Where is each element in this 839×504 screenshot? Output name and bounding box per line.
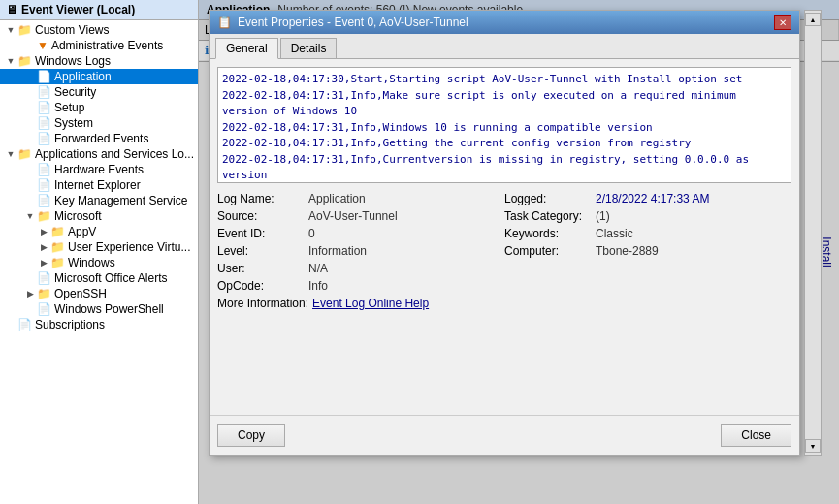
detail-logged: Logged: 2/18/2022 4:17:33 AM (504, 191, 791, 206)
expand-icon: ▶ (37, 227, 50, 236)
folder-icon: 📁 (17, 23, 32, 37)
expand-icon: ▼ (23, 211, 37, 221)
right-panel: Application Number of events: 560 (!) Ne… (199, 0, 839, 504)
doc-icon: 📄 (37, 163, 51, 176)
log-text-area[interactable]: 2022-02-18,04:17:30,Start,Starting scrip… (217, 67, 791, 183)
tree-item-appv[interactable]: ▶ 📁 AppV (0, 224, 198, 239)
doc-icon: 📄 (37, 271, 51, 285)
tree-item-hardware-events[interactable]: 📄 Hardware Events (0, 162, 198, 177)
detail-task-category: Task Category: (1) (504, 208, 791, 224)
detail-user: User: N/A (217, 261, 504, 276)
doc-icon: 📄 (37, 85, 51, 99)
tree-item-apps-services[interactable]: ▼ 📁 Applications and Services Lo... (0, 146, 198, 162)
user-label: User: (217, 262, 305, 275)
logged-value: 2/18/2022 4:17:33 AM (596, 192, 709, 205)
scrollbar: ▲ ▼ (804, 10, 822, 456)
tree-item-admin-events[interactable]: ▼ Administrative Events (0, 38, 198, 53)
folder-icon: 📁 (17, 147, 32, 161)
details-left-col: Log Name: Application Source: AoV-User-T… (217, 191, 504, 311)
doc-icon: 📄 (17, 318, 32, 331)
tree-item-openssh[interactable]: ▶ 📁 OpenSSH (0, 286, 198, 301)
scroll-up-button[interactable]: ▲ (805, 13, 821, 26)
tree-item-security[interactable]: 📄 Security (0, 84, 198, 100)
folder-icon: 📁 (37, 287, 51, 300)
modal-close-button[interactable]: ✕ (774, 15, 791, 30)
tree-item-user-exp[interactable]: ▶ 📁 User Experience Virtu... (0, 239, 198, 255)
source-label: Source: (217, 209, 305, 223)
modal-footer: Copy Close (210, 415, 799, 455)
logged-label: Logged: (504, 192, 592, 205)
expand-icon: ▼ (4, 149, 17, 159)
log-name-value: Application (308, 192, 366, 205)
tree-view: ▼ 📁 Custom Views ▼ Administrative Events… (0, 20, 198, 504)
log-line: 2022-02-18,04:17:31,Info,Windows 10 is r… (222, 120, 787, 137)
tree-item-subscriptions[interactable]: 📄 Subscriptions (0, 317, 198, 332)
log-name-label: Log Name: (217, 192, 305, 205)
doc-icon: 📄 (37, 302, 51, 316)
event-id-label: Event ID: (217, 227, 305, 240)
copy-button[interactable]: Copy (217, 424, 285, 447)
doc-icon: 📄 (37, 178, 51, 192)
tree-item-key-management[interactable]: 📄 Key Management Service (0, 193, 198, 208)
details-right-col: Logged: 2/18/2022 4:17:33 AM Task Catego… (504, 191, 791, 311)
level-value: Information (308, 244, 367, 258)
more-info-label: More Information: (217, 297, 308, 310)
tree-item-custom-views[interactable]: ▼ 📁 Custom Views (0, 22, 198, 38)
tree-item-setup[interactable]: 📄 Setup (0, 100, 198, 115)
detail-event-id: Event ID: 0 (217, 226, 504, 241)
keywords-label: Keywords: (504, 227, 592, 240)
opcode-label: OpCode: (217, 279, 305, 293)
keywords-value: Classic (596, 227, 633, 240)
tree-item-win-powershell[interactable]: 📄 Windows PowerShell (0, 301, 198, 317)
folder-icon: 📁 (50, 256, 65, 269)
source-value: AoV-User-Tunnel (308, 209, 398, 223)
tab-general[interactable]: General (215, 38, 278, 59)
tree-item-application[interactable]: 📄 Application (0, 69, 198, 84)
filter-icon: ▼ (37, 39, 48, 52)
tree-item-windows-logs[interactable]: ▼ 📁 Windows Logs (0, 53, 198, 69)
tree-item-forwarded-events[interactable]: 📄 Forwarded Events (0, 131, 198, 146)
tree-panel: 🖥 Event Viewer (Local) ▼ 📁 Custom Views … (0, 0, 199, 504)
detail-computer: Computer: Tbone-2889 (504, 243, 791, 259)
panel-title: 🖥 Event Viewer (Local) (0, 0, 198, 20)
event-properties-modal: 📋 Event Properties - Event 0, AoV-User-T… (209, 10, 800, 456)
expand-icon: ▶ (23, 289, 37, 299)
doc-icon: 📄 (37, 101, 51, 114)
modal-tabs: General Details (210, 34, 799, 59)
user-value: N/A (308, 262, 328, 275)
modal-scrollbar-area: ▲ ▼ (804, 10, 823, 456)
expand-icon: ▼ (4, 56, 17, 66)
computer-value: Tbone-2889 (596, 244, 659, 258)
modal-title-left: 📋 Event Properties - Event 0, AoV-User-T… (217, 16, 468, 29)
log-line: 2022-02-18,04:17:30,Start,Starting scrip… (222, 72, 787, 88)
tree-item-microsoft[interactable]: ▼ 📁 Microsoft (0, 208, 198, 224)
modal-overlay: 📋 Event Properties - Event 0, AoV-User-T… (199, 0, 839, 504)
tree-item-system[interactable]: 📄 System (0, 115, 198, 131)
close-button[interactable]: Close (721, 424, 791, 447)
event-id-value: 0 (308, 227, 315, 240)
tree-item-ms-office[interactable]: 📄 Microsoft Office Alerts (0, 270, 198, 286)
doc-icon: 📄 (37, 194, 51, 207)
task-cat-value: (1) (596, 209, 610, 223)
detail-keywords: Keywords: Classic (504, 226, 791, 241)
modal-title-text: Event Properties - Event 0, AoV-User-Tun… (238, 16, 468, 29)
tab-details[interactable]: Details (280, 38, 338, 58)
log-line: 2022-02-18,04:17:31,Info,Currentversion … (222, 152, 787, 184)
modal-icon: 📋 (217, 16, 232, 29)
doc-icon: 📄 (37, 132, 51, 145)
folder-icon: 📁 (50, 225, 65, 238)
log-line: 2022-02-18,04:17:31,Info,Make sure scrip… (222, 88, 787, 120)
scroll-down-button[interactable]: ▼ (805, 439, 821, 453)
task-cat-label: Task Category: (504, 209, 592, 223)
tree-item-windows[interactable]: ▶ 📁 Windows (0, 255, 198, 270)
expand-icon: ▼ (4, 25, 17, 35)
detail-source: Source: AoV-User-Tunnel (217, 208, 504, 224)
detail-level: Level: Information (217, 243, 504, 259)
event-log-online-help-link[interactable]: Event Log Online Help (312, 297, 429, 310)
details-grid: Log Name: Application Source: AoV-User-T… (217, 191, 791, 311)
folder-icon: 📁 (17, 54, 32, 68)
computer-icon: 🖥 (6, 3, 17, 16)
tree-item-internet-explorer[interactable]: 📄 Internet Explorer (0, 177, 198, 193)
log-line: 2022-02-18,04:17:31,Info,Getting the cur… (222, 136, 787, 152)
computer-label: Computer: (504, 244, 592, 258)
